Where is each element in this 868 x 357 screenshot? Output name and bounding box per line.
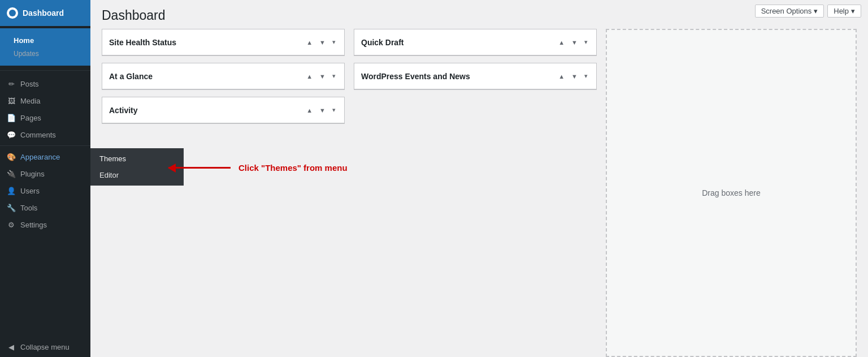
sidebar-item-appearance[interactable]: 🎨 Appearance [0, 148, 90, 165]
widget-site-health-up[interactable]: ▲ [305, 38, 314, 47]
widget-at-a-glance-toggle[interactable]: ▾ [331, 71, 337, 81]
sidebar-item-comments[interactable]: 💬 Comments [0, 126, 90, 143]
sidebar-item-pages-label: Pages [20, 114, 41, 122]
widget-site-health-toggle[interactable]: ▾ [331, 37, 337, 47]
sidebar-divider-1 [0, 70, 90, 71]
widget-activity-down[interactable]: ▼ [318, 106, 327, 115]
widget-wp-events-up[interactable]: ▲ [557, 72, 566, 81]
appearance-submenu-item-editor[interactable]: Editor [90, 167, 184, 183]
widget-quick-draft-controls: ▲ ▼ ▾ [557, 37, 589, 47]
sidebar-item-media[interactable]: 🖼 Media [0, 92, 90, 109]
sidebar-item-appearance-label: Appearance [20, 153, 60, 161]
widget-quick-draft-up[interactable]: ▲ [557, 38, 566, 47]
sidebar-item-plugins[interactable]: 🔌 Plugins [0, 165, 90, 182]
drag-boxes-text: Drag boxes here [702, 188, 761, 197]
appearance-submenu-item-themes[interactable]: Themes [90, 150, 184, 167]
collapse-icon: ◀ [7, 342, 16, 351]
widget-activity-controls: ▲ ▼ ▾ [305, 105, 337, 115]
widget-at-a-glance: At a Glance ▲ ▼ ▾ [102, 63, 345, 90]
sidebar-updates-label[interactable]: Updates [7, 49, 46, 62]
settings-icon: ⚙ [7, 220, 16, 229]
screen-options-button[interactable]: Screen Options ▾ [755, 5, 824, 18]
widget-at-a-glance-up[interactable]: ▲ [305, 72, 314, 81]
widget-wp-events-toggle[interactable]: ▾ [583, 71, 589, 81]
sidebar-item-settings[interactable]: ⚙ Settings [0, 216, 90, 233]
sidebar-nav-section: ✏ Posts 🖼 Media 📄 Pages 💬 Comments 🎨 App… [0, 73, 90, 235]
widget-site-health-controls: ▲ ▼ ▾ [305, 37, 337, 47]
widget-at-a-glance-controls: ▲ ▼ ▾ [305, 71, 337, 81]
widget-wp-events: WordPress Events and News ▲ ▼ ▾ [354, 63, 597, 90]
media-icon: 🖼 [7, 96, 16, 105]
widget-wp-events-header: WordPress Events and News ▲ ▼ ▾ [354, 63, 596, 89]
sidebar-header[interactable]: Dashboard [0, 0, 90, 26]
dashboard-drag-column: Drag boxes here [606, 29, 857, 357]
page-title: Dashboard [102, 8, 166, 23]
collapse-label: Collapse menu [20, 343, 70, 351]
widget-wp-events-controls: ▲ ▼ ▾ [557, 71, 589, 81]
help-label: Help [834, 7, 849, 15]
posts-icon: ✏ [7, 79, 16, 88]
sidebar-item-media-label: Media [20, 97, 40, 105]
topbar-buttons: Screen Options ▾ Help ▾ [755, 5, 861, 18]
widget-quick-draft-header: Quick Draft ▲ ▼ ▾ [354, 29, 596, 55]
widget-activity-title: Activity [109, 106, 138, 115]
widget-wp-events-down[interactable]: ▼ [570, 72, 579, 81]
sidebar-item-settings-label: Settings [20, 221, 47, 229]
sidebar-item-users-label: Users [20, 187, 40, 195]
widget-quick-draft-toggle[interactable]: ▾ [583, 37, 589, 47]
widget-quick-draft: Quick Draft ▲ ▼ ▾ [354, 29, 597, 56]
widget-site-health-title: Site Health Status [109, 38, 176, 47]
appearance-icon: 🎨 [7, 152, 16, 161]
sidebar-home-label: Home [7, 32, 46, 49]
widget-at-a-glance-down[interactable]: ▼ [318, 72, 327, 81]
comments-icon: 💬 [7, 130, 16, 139]
main-content: Site Health Status ▲ ▼ ▾ At a Glance ▲ ▼… [90, 29, 868, 357]
widget-activity-toggle[interactable]: ▾ [331, 105, 337, 115]
screen-options-chevron: ▾ [814, 7, 818, 15]
help-chevron: ▾ [851, 7, 855, 15]
help-button[interactable]: Help ▾ [827, 5, 861, 18]
widget-activity-header: Activity ▲ ▼ ▾ [102, 97, 344, 123]
sidebar-collapse-button[interactable]: ◀ Collapse menu [0, 337, 90, 357]
appearance-submenu: Themes Editor [90, 148, 184, 186]
widget-at-a-glance-header: At a Glance ▲ ▼ ▾ [102, 63, 344, 89]
sidebar-item-comments-label: Comments [20, 131, 56, 139]
sidebar-appearance-wrapper: 🎨 Appearance Themes Editor [0, 148, 90, 165]
sidebar-item-posts[interactable]: ✏ Posts [0, 75, 90, 92]
sidebar-item-users[interactable]: 👤 Users [0, 182, 90, 199]
widget-site-health-down[interactable]: ▼ [318, 38, 327, 47]
sidebar-item-pages[interactable]: 📄 Pages [0, 109, 90, 126]
sidebar-item-home[interactable]: Home Updates [0, 28, 90, 66]
sidebar-item-plugins-label: Plugins [20, 170, 45, 178]
widget-activity: Activity ▲ ▼ ▾ [102, 97, 345, 124]
screen-options-label: Screen Options [761, 7, 812, 15]
main-header: Dashboard [90, 0, 868, 29]
plugins-icon: 🔌 [7, 169, 16, 178]
main-area: Screen Options ▾ Help ▾ Dashboard Site H… [90, 0, 868, 357]
widget-wp-events-title: WordPress Events and News [361, 72, 470, 81]
widget-quick-draft-down[interactable]: ▼ [570, 38, 579, 47]
widget-site-health-header: Site Health Status ▲ ▼ ▾ [102, 29, 344, 55]
sidebar-divider-2 [0, 145, 90, 146]
sidebar-item-posts-label: Posts [20, 80, 39, 88]
sidebar-home-section: Home Updates [0, 26, 90, 68]
sidebar-item-tools-label: Tools [20, 204, 37, 212]
widget-quick-draft-title: Quick Draft [361, 38, 403, 47]
sidebar-title: Dashboard [23, 8, 64, 18]
widget-at-a-glance-title: At a Glance [109, 72, 153, 81]
drag-boxes-area: Drag boxes here [606, 29, 857, 357]
sidebar: Dashboard Home Updates ✏ Posts 🖼 Media 📄… [0, 0, 90, 357]
dashboard-left-column: Site Health Status ▲ ▼ ▾ At a Glance ▲ ▼… [102, 29, 345, 357]
sidebar-item-tools[interactable]: 🔧 Tools [0, 199, 90, 216]
wp-logo-icon [7, 7, 18, 19]
widget-activity-up[interactable]: ▲ [305, 106, 314, 115]
users-icon: 👤 [7, 186, 16, 195]
pages-icon: 📄 [7, 113, 16, 122]
widget-site-health: Site Health Status ▲ ▼ ▾ [102, 29, 345, 56]
tools-icon: 🔧 [7, 203, 16, 212]
dashboard-right-column: Quick Draft ▲ ▼ ▾ WordPress Events and N… [354, 29, 597, 357]
